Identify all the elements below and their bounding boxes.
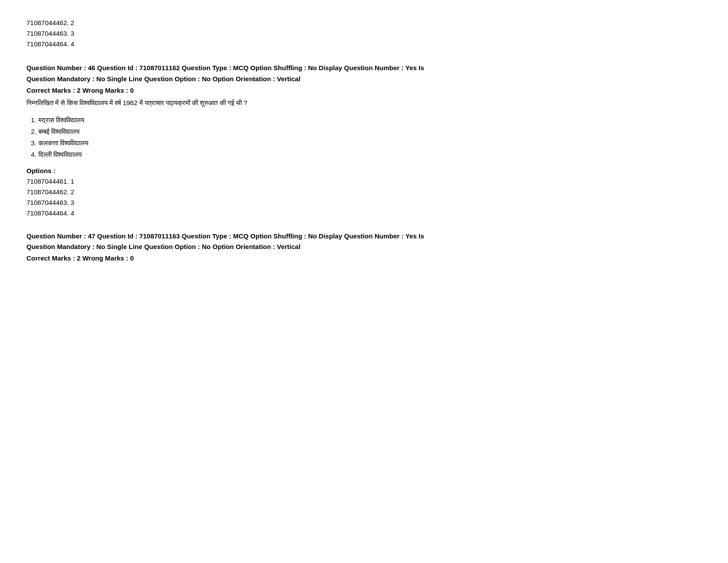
- question-46-block: Question Number : 46 Question Id : 71087…: [26, 63, 702, 219]
- answer-option-2: 2. बम्बई विश्वविद्यालय: [31, 126, 702, 137]
- answer-option-3: 3. कलकत्ता विश्वविद्यालय: [31, 137, 702, 149]
- question-46-meta: Question Number : 46 Question Id : 71087…: [26, 63, 702, 85]
- question-47-marks: Correct Marks : 2 Wrong Marks : 0: [26, 254, 702, 262]
- question-46-answer-options: 1. मद्रास विश्वविद्यालय 2. बम्बई विश्ववि…: [31, 114, 702, 161]
- q46-opt-2: 71087044462. 2: [26, 187, 702, 197]
- question-46-meta-line1: Question Number : 46 Question Id : 71087…: [26, 64, 424, 72]
- question-47-block: Question Number : 47 Question Id : 71087…: [26, 231, 702, 262]
- question-47-meta: Question Number : 47 Question Id : 71087…: [26, 231, 702, 253]
- question-46-text: निम्नलिखित में से किस विश्वविद्यालय में …: [26, 98, 702, 108]
- q46-opt-1: 71087044461. 1: [26, 176, 702, 187]
- q46-opt-3: 71087044463. 3: [26, 197, 702, 208]
- q46-opt-4: 71087044464. 4: [26, 208, 702, 219]
- top-option-2: 71087044463. 3: [26, 28, 702, 39]
- top-option-3: 71087044464. 4: [26, 39, 702, 49]
- answer-option-4: 4. दिल्ली विश्वविद्यालय: [31, 149, 702, 160]
- answer-option-1: 1. मद्रास विश्वविद्यालय: [31, 114, 702, 126]
- question-46-marks: Correct Marks : 2 Wrong Marks : 0: [26, 87, 702, 94]
- top-options-continuation: 71087044462. 2 71087044463. 3 7108704446…: [26, 18, 702, 49]
- question-46-options-label: Options :: [26, 167, 702, 174]
- top-option-1: 71087044462. 2: [26, 18, 702, 28]
- question-47-meta-line1: Question Number : 47 Question Id : 71087…: [26, 232, 424, 240]
- question-46-options-list: 71087044461. 1 71087044462. 2 7108704446…: [26, 176, 702, 219]
- question-47-meta-line2: Question Mandatory : No Single Line Ques…: [26, 243, 300, 250]
- question-46-meta-line2: Question Mandatory : No Single Line Ques…: [26, 75, 300, 83]
